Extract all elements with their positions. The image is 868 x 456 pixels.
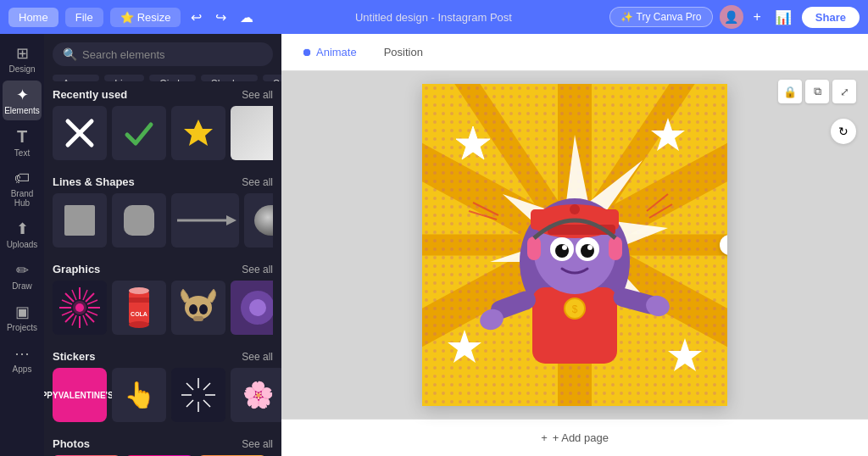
shapes-grid: › (53, 193, 273, 247)
svg-rect-82 (609, 236, 622, 260)
svg-point-37 (249, 299, 266, 316)
brandhub-icon: 🏷 (14, 170, 30, 187)
file-button[interactable]: File (65, 8, 103, 27)
position-button[interactable]: Position (377, 42, 430, 62)
recently-used-see-all[interactable]: See all (242, 89, 273, 101)
quick-tools: 🔒 ⧉ ⤢ (778, 80, 856, 103)
graphics-section: Graphics See all (44, 256, 281, 343)
topbar: Home File ⭐ Resize ↩ ↪ ☁ Untitled design… (0, 0, 868, 34)
list-item[interactable]: 👆 (112, 368, 166, 422)
svg-marker-6 (226, 215, 236, 225)
filter-circle[interactable]: Circle (149, 75, 196, 81)
list-item[interactable] (53, 106, 107, 160)
star-icon: ⭐ (120, 11, 134, 24)
animate-button[interactable]: ⏺ Animate (295, 42, 364, 62)
sidebar-item-design[interactable]: ⊞ Design (3, 39, 42, 79)
text-icon: T (17, 127, 27, 147)
list-item[interactable]: COLA (112, 281, 166, 335)
draw-icon: ✏ (16, 261, 29, 280)
sidebar-item-uploads[interactable]: ⬆ Uploads (3, 214, 42, 254)
svg-line-43 (186, 383, 193, 390)
add-page-icon: + (541, 431, 548, 444)
lock-button[interactable]: 🔒 (778, 80, 802, 103)
list-item[interactable] (171, 106, 225, 160)
svg-point-33 (199, 304, 208, 314)
list-item[interactable] (231, 281, 273, 335)
stickers-title: Stickers (53, 350, 96, 363)
list-item[interactable] (244, 193, 273, 247)
list-item[interactable] (53, 281, 107, 335)
canvas-viewport[interactable]: 🔒 ⧉ ⤢ ↻ (281, 71, 868, 419)
stickers-header: Stickers See all (53, 343, 273, 368)
add-button[interactable]: + (750, 6, 765, 28)
svg-text:👆: 👆 (124, 380, 156, 410)
list-item[interactable] (171, 281, 225, 335)
list-item[interactable] (112, 106, 166, 160)
filter-line[interactable]: Line (104, 75, 144, 81)
avatar[interactable]: 👤 (720, 5, 743, 29)
list-item[interactable] (231, 106, 273, 160)
svg-marker-2 (184, 120, 213, 146)
add-page-bar: + + Add page (281, 419, 868, 456)
analytics-button[interactable]: 📊 (771, 6, 795, 29)
recently-used-title: Recently used (53, 88, 127, 101)
sidebar-item-text[interactable]: T Text (3, 122, 42, 163)
sidebar-item-projects[interactable]: ▣ Projects (3, 298, 42, 337)
elements-icon: ✦ (16, 86, 29, 104)
svg-point-79 (562, 245, 567, 250)
lines-shapes-title: Lines & Shapes (53, 175, 135, 188)
list-item[interactable]: HAPPY VALENTINE'S DAY (53, 368, 107, 422)
redo-button[interactable]: ↪ (212, 6, 230, 29)
svg-line-25 (87, 311, 97, 315)
main-layout: ⊞ Design ✦ Elements T Text 🏷 Brand Hub ⬆… (0, 34, 868, 456)
graphics-title: Graphics (53, 263, 100, 275)
svg-rect-3 (64, 205, 95, 236)
search-bar: 🔍 (53, 42, 273, 66)
list-item[interactable]: 🌸 (231, 368, 281, 422)
filter-shadow[interactable]: Shadow (201, 75, 258, 81)
search-input[interactable] (82, 48, 263, 61)
search-icon: 🔍 (63, 47, 77, 61)
home-button[interactable]: Home (8, 8, 58, 27)
stickers-see-all[interactable]: See all (242, 351, 273, 363)
sidebar-item-label: Elements (4, 106, 40, 115)
rotate-button[interactable]: ↻ (831, 119, 856, 144)
canvas-toolbar: ⏺ Animate Position (281, 34, 868, 71)
graphics-see-all[interactable]: See all (242, 264, 273, 275)
svg-point-31 (185, 296, 212, 320)
side-panel: 🔍 Arrow Line Circle Shadow Squa... Recen… (44, 34, 281, 456)
share-button[interactable]: Share (802, 7, 860, 28)
resize-button[interactable]: ⭐ Resize (110, 8, 181, 27)
list-item[interactable] (112, 193, 166, 247)
photos-title: Photos (53, 437, 90, 450)
sidebar-item-brandhub[interactable]: 🏷 Brand Hub (3, 164, 42, 213)
projects-icon: ▣ (15, 303, 30, 321)
sidebar-item-label: Text (14, 148, 30, 158)
add-page-button[interactable]: + + Add page (541, 431, 609, 444)
sidebar-item-draw[interactable]: ✏ Draw (3, 256, 42, 296)
filter-arrow[interactable]: Arrow (53, 75, 99, 81)
lines-shapes-see-all[interactable]: See all (242, 176, 273, 188)
undo-button[interactable]: ↩ (187, 6, 205, 29)
try-canva-button[interactable]: ✨ Try Canva Pro (609, 7, 712, 27)
expand-button[interactable]: ⤢ (832, 80, 856, 103)
lines-shapes-header: Lines & Shapes See all (53, 169, 273, 193)
sidebar-item-label: Brand Hub (6, 189, 38, 208)
list-item[interactable] (53, 193, 107, 247)
filter-square[interactable]: Squa... (263, 75, 281, 81)
recently-used-header: Recently used See all (53, 81, 273, 106)
cloud-button[interactable]: ☁ (236, 6, 257, 29)
graphics-grid: COLA (53, 281, 273, 335)
canvas-area: ⏺ Animate Position 🔒 ⧉ ⤢ ↻ (281, 34, 868, 456)
sidebar-item-apps[interactable]: ⋯ Apps (3, 339, 42, 379)
list-item[interactable] (171, 193, 239, 247)
list-item[interactable] (171, 368, 225, 422)
photos-see-all[interactable]: See all (242, 438, 273, 450)
lines-shapes-section: Lines & Shapes See all (44, 169, 281, 256)
svg-point-29 (129, 287, 149, 294)
svg-line-46 (203, 400, 210, 407)
sidebar-item-elements[interactable]: ✦ Elements (3, 81, 42, 120)
svg-line-23 (87, 300, 97, 304)
canvas-frame: $ (422, 84, 727, 406)
copy-button[interactable]: ⧉ (805, 80, 829, 103)
